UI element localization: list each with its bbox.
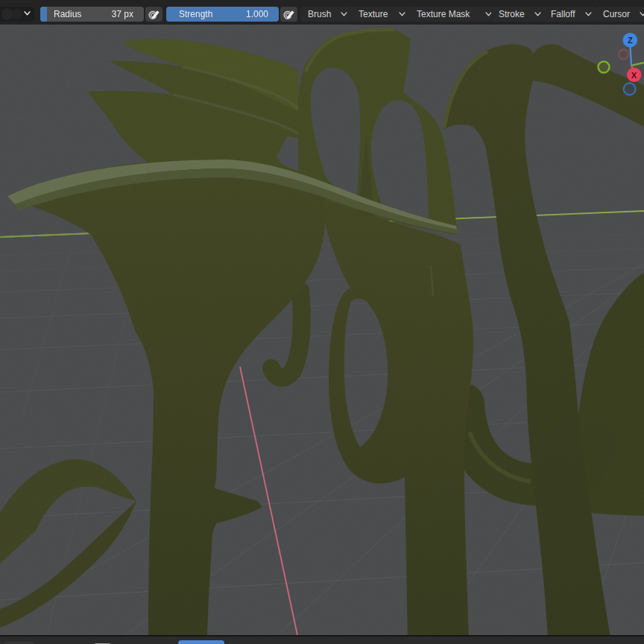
svg-text:Z: Z [628,36,633,45]
svg-text:X: X [631,71,637,80]
